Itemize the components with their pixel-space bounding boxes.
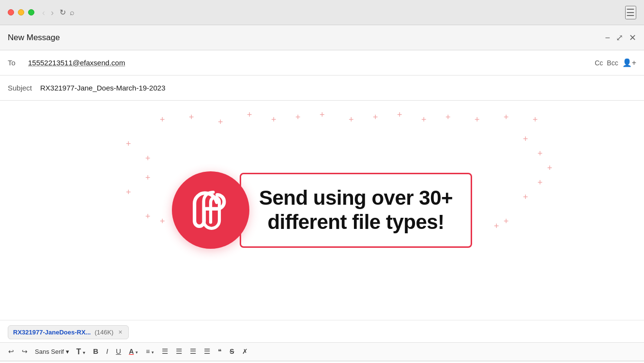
to-row-right: Cc Bcc 👤+: [595, 58, 636, 67]
attachment-size: (146K): [94, 329, 113, 336]
cc-button[interactable]: Cc: [595, 59, 603, 67]
align-button[interactable]: ≡ ▾: [143, 346, 156, 357]
plus-decoration: +: [547, 164, 552, 172]
to-address-field[interactable]: 15552213511@efaxsend.com: [28, 59, 595, 67]
plus-decoration: +: [504, 113, 509, 121]
to-row: To 15552213511@efaxsend.com Cc Bcc 👤+: [0, 50, 644, 76]
plus-decoration: +: [320, 110, 325, 119]
minimize-traffic-light[interactable]: [18, 9, 24, 15]
close-traffic-light[interactable]: [8, 9, 14, 15]
plus-decoration: +: [523, 135, 528, 143]
paperclip-icon: [189, 188, 232, 232]
plus-decoration: +: [537, 149, 543, 158]
back-button[interactable]: ‹: [40, 7, 47, 18]
plus-decoration: +: [475, 115, 480, 124]
plus-decoration: +: [295, 113, 301, 121]
contacts-icon[interactable]: 👤+: [622, 58, 636, 67]
plus-decoration: +: [145, 212, 151, 221]
paperclip-circle: [172, 171, 249, 249]
undo-button[interactable]: ↩: [6, 346, 16, 357]
plus-decoration: +: [189, 113, 194, 121]
clear-format-button[interactable]: ✗: [240, 346, 250, 357]
plus-decoration: +: [523, 193, 528, 201]
compose-window-controls: − ⤢ ✕: [605, 33, 636, 42]
to-label: To: [8, 59, 22, 67]
body-area[interactable]: +++++++++++++++++++++++++++++++++++ Send…: [0, 101, 644, 320]
traffic-lights: [8, 9, 34, 15]
close-button[interactable]: ✕: [629, 33, 636, 42]
maximize-button[interactable]: ⤢: [616, 33, 623, 42]
banner-text: Send using over 30+ different file types…: [259, 186, 453, 235]
indent-increase-button[interactable]: ☰: [201, 346, 213, 357]
attachment-name: RX321977-JaneDoes-RX...: [13, 329, 91, 336]
compose-title: New Message: [8, 33, 60, 43]
reload-button[interactable]: ↻: [60, 8, 66, 17]
bullet-list-button[interactable]: ☰: [173, 346, 184, 357]
blockquote-button[interactable]: ❝: [215, 346, 224, 357]
indent-decrease-button[interactable]: ☰: [187, 346, 199, 357]
plus-decoration: +: [533, 115, 538, 124]
plus-decoration: +: [537, 178, 543, 187]
font-color-button[interactable]: A ▾: [126, 346, 140, 357]
minimize-button[interactable]: −: [605, 33, 610, 42]
underline-button[interactable]: U: [113, 346, 123, 357]
plus-decoration: +: [247, 110, 252, 119]
formatting-toolbar: ↩ ↪ Sans Serif ▾ T ▾ B I U A ▾ ≡ ▾ ☰ ☰ ☰: [0, 342, 644, 361]
plus-decoration: +: [494, 222, 499, 230]
compose-window: New Message − ⤢ ✕ To 15552213511@efaxsen…: [0, 25, 644, 363]
browser-title-bar: ‹ › ↻ ⌕ ☰: [0, 0, 644, 25]
subject-label: Subject: [8, 84, 34, 92]
attachment-pill: RX321977-JaneDoes-RX... (146K) ×: [8, 325, 129, 339]
strikethrough-button[interactable]: S: [227, 346, 236, 357]
plus-decoration: +: [145, 173, 151, 182]
bold-button[interactable]: B: [91, 346, 101, 357]
nav-buttons: ‹ › ↻ ⌕: [40, 7, 75, 18]
attachment-area: RX321977-JaneDoes-RX... (146K) ×: [0, 320, 644, 342]
banner-text-box: Send using over 30+ different file types…: [240, 173, 472, 248]
action-bar: Send ▾ A 📎 🔗 ☺ △ ▣ 🔒 ✏: [0, 361, 644, 363]
forward-button[interactable]: ›: [49, 7, 56, 18]
ordered-list-button[interactable]: ☰: [159, 346, 170, 357]
search-button[interactable]: ⌕: [70, 8, 75, 17]
redo-button[interactable]: ↪: [19, 346, 30, 357]
plus-decoration: +: [421, 115, 427, 124]
subject-row: Subject RX321977-Jane_Does-March-19-2023: [0, 76, 644, 101]
compose-title-row: New Message − ⤢ ✕: [0, 25, 644, 50]
plus-decoration: +: [126, 139, 131, 148]
attachment-remove-button[interactable]: ×: [117, 329, 123, 335]
plus-decoration: +: [271, 115, 276, 124]
plus-decoration: +: [504, 217, 509, 226]
plus-decoration: +: [373, 113, 378, 121]
bcc-button[interactable]: Bcc: [607, 59, 618, 67]
italic-button[interactable]: I: [104, 346, 110, 357]
plus-decoration: +: [397, 110, 402, 119]
font-family-selector[interactable]: Sans Serif ▾: [33, 347, 71, 356]
plus-decoration: +: [218, 118, 223, 126]
font-size-button[interactable]: T ▾: [74, 346, 88, 358]
maximize-traffic-light[interactable]: [28, 9, 34, 15]
plus-decoration: +: [445, 113, 451, 121]
plus-decoration: +: [126, 188, 131, 197]
plus-decoration: +: [145, 154, 151, 163]
subject-field[interactable]: RX321977-Jane_Does-March-19-2023: [40, 84, 166, 92]
promo-banner: Send using over 30+ different file types…: [172, 171, 472, 249]
plus-decoration: +: [160, 115, 165, 124]
menu-button[interactable]: ☰: [625, 6, 636, 19]
plus-decoration: +: [349, 115, 354, 124]
plus-decoration: +: [160, 217, 165, 226]
